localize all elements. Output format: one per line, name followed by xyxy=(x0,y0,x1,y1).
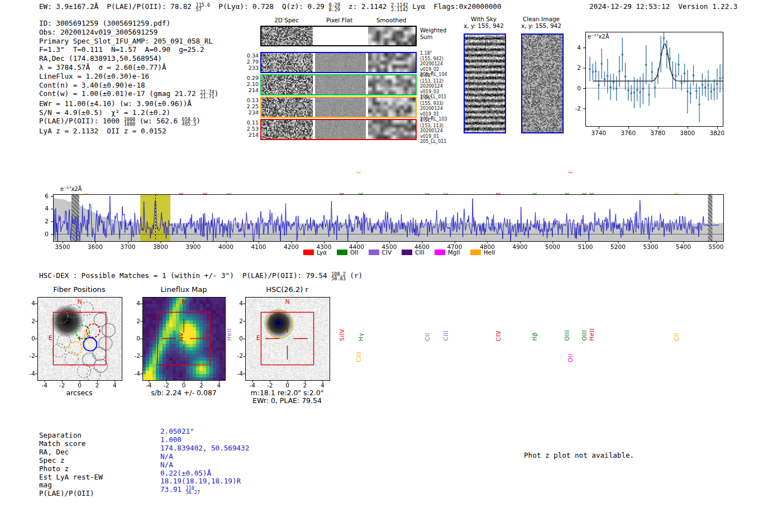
inset-unit-label: e⁻¹⁷x2Å xyxy=(588,33,609,40)
spec2d-row-stats: 0.29 2.10 214 xyxy=(244,75,259,93)
match-row-label: P(LAE)/P(OII) xyxy=(39,489,94,497)
full-spectrum-plot xyxy=(50,191,728,249)
inset-y-tick: 2 xyxy=(566,64,581,71)
match-row-label: Photo z xyxy=(39,464,69,473)
spectrum-y-tick: 6 xyxy=(40,193,49,199)
emission-line-label: HeII xyxy=(588,328,595,341)
legend-item: Lyα xyxy=(303,249,327,256)
cutout-y-tick: 2 xyxy=(23,318,35,324)
legend-item: OII xyxy=(337,249,358,256)
fiber-positions-title: Fiber Positions xyxy=(32,285,127,294)
spec2d-column-header: 2D Spec xyxy=(260,17,313,23)
match-row-label: Est LyA rest-EW xyxy=(39,473,103,481)
spec2d-row-annotation: 1.57" (153, 113) 20200124 v019_01 205_LL… xyxy=(420,118,467,145)
emission-line-legend: LyαOIICIVCIIIMgIIHeII xyxy=(303,249,495,256)
detection-info-block: ID: 3005691259 (3005691259.pdf)Obs: 2020… xyxy=(39,19,218,136)
inset-y-tick: -2 xyxy=(566,105,581,112)
hsc-cutout-plot xyxy=(242,294,333,384)
header-summary: EW: 3.9±167.2Å P(LAE)/P(OII): 78.82 115.… xyxy=(39,2,501,12)
spec2d-row-image xyxy=(261,27,416,45)
spectrum-y-tick: 2 xyxy=(40,218,49,224)
info-line: Cont(w) = 1.00(±0.01)e-17 (gmag 21.72 21… xyxy=(39,89,218,99)
cutout-y-tick: -2 xyxy=(231,352,243,359)
match-row-value: 18.19(18.19,18.19)R xyxy=(160,477,241,485)
stacked-fraction: 658.6495.3 xyxy=(182,117,197,127)
emission-line-label: CII xyxy=(673,333,680,341)
elixer-report-page: EW: 3.9±167.2Å P(LAE)/P(OII): 78.82 115.… xyxy=(0,0,782,532)
emission-line-label: CII xyxy=(424,333,431,341)
info-line: EWr = 11.00(±4.10) (w: 3.90(±0.96))Å xyxy=(39,99,218,108)
emission-line-label: Hγ xyxy=(357,333,364,341)
lineflux-map-title: Lineflux Map xyxy=(136,285,231,294)
match-row-value: N/A xyxy=(160,461,173,469)
emission-line-label: CIII xyxy=(355,352,362,362)
cutout-y-tick: -2 xyxy=(23,352,35,359)
legend-item: HeII xyxy=(470,249,495,256)
fiber-xlabel: arcsecs xyxy=(23,389,135,397)
hsc-match-summary: HSC-DEX : Possible Matches = 1 (within +… xyxy=(39,271,363,281)
legend-label: HeII xyxy=(484,249,495,256)
spectrum-y-tick: 4 xyxy=(40,205,49,212)
hsc-xlabel2: EWr: 0, PLAE: 79.54 xyxy=(231,396,343,405)
info-line: ID: 3005691259 (3005691259.pdf) xyxy=(39,19,218,28)
sky-panel-image xyxy=(464,33,506,133)
legend-swatch-icon xyxy=(470,250,481,255)
stacked-fraction: 0.290.29 xyxy=(328,3,340,12)
photz-unavailable-notice: Phot z plot not available. xyxy=(524,451,634,460)
emission-line-label: OIII xyxy=(564,330,570,341)
info-line: LineFlux = 1.20(±0.30)e-16 xyxy=(39,72,218,81)
cutout-y-tick: 0 xyxy=(128,335,140,342)
match-row-value: 1.000 xyxy=(160,435,182,444)
stacked-fraction: 11056.27 xyxy=(186,486,201,495)
info-line: Cont(n) = 3.40(±0.90)e-18 xyxy=(39,81,218,90)
legend-item: MgII xyxy=(435,249,460,256)
spec2d-row-image xyxy=(261,75,416,94)
inset-y-tick: 4 xyxy=(566,44,581,51)
cutout-y-tick: 4 xyxy=(23,300,35,306)
cutout-y-tick: 0 xyxy=(23,335,35,342)
match-row-value: N/A xyxy=(160,452,173,461)
match-row-label: mag xyxy=(39,481,52,489)
spec2d-row-stats: 0.11 2.53 214 xyxy=(244,119,259,138)
info-line: λ = 3784.57Å σ = 2.60(±0.77)Å xyxy=(39,63,218,72)
match-row-value: 73.91 11056.27 xyxy=(160,485,200,495)
spec2d-row-stats: 0.34 2.79 233 xyxy=(244,52,259,71)
cutout-y-tick: -2 xyxy=(128,352,140,359)
legend-label: CIV xyxy=(382,249,392,256)
info-line: LyA z = 2.1132 OII z = 0.0152 xyxy=(39,127,218,136)
emission-line-label: CIII xyxy=(442,330,449,341)
lineflux-xlabel: s/b: 2.24 +/- 0.087 xyxy=(128,389,240,397)
spec2d-row-stats: 0.13 2.25 234 xyxy=(244,97,259,116)
legend-swatch-icon xyxy=(435,250,445,255)
cutout-y-tick: 2 xyxy=(128,318,140,324)
spec2d-row-image xyxy=(261,53,416,72)
spec2d-row-image xyxy=(261,120,416,139)
emission-line-label: OIII xyxy=(581,330,588,341)
main-unit-label: e⁻¹⁷x2Å xyxy=(60,186,82,192)
stacked-fraction: 115.657 xyxy=(196,3,211,12)
sky-panel-image xyxy=(521,33,564,133)
legend-swatch-icon xyxy=(402,250,412,255)
spec2d-row xyxy=(260,26,417,46)
emission-line-label: OII xyxy=(567,353,574,362)
legend-label: CIII xyxy=(415,249,425,256)
emission-line-label: CIV xyxy=(495,330,502,341)
stacked-fraction: 10001000 xyxy=(124,117,135,127)
emission-line-label: Hβ xyxy=(531,332,538,341)
spec2d-row xyxy=(260,52,417,73)
spec2d-column-header: Pixel Flat xyxy=(314,17,365,23)
legend-label: OII xyxy=(350,249,358,256)
sky-panel-title: Clean Image x, y: 155, 942 xyxy=(509,16,574,29)
emission-line-bracket-icon: { xyxy=(356,171,361,174)
cutout-y-tick: -4 xyxy=(128,370,140,377)
stacked-fraction: 108.258.83 xyxy=(331,272,346,281)
lineflux-map-plot xyxy=(139,294,228,384)
match-row-value: 0.22(±0.05)Å xyxy=(160,469,211,477)
emission-line-bracket-icon: { xyxy=(568,171,573,174)
legend-label: MgII xyxy=(448,249,460,256)
spec2d-row xyxy=(260,97,417,118)
match-row-value: 2.05021" xyxy=(160,427,194,435)
cutout-y-tick: 4 xyxy=(128,300,140,306)
legend-item: CIV xyxy=(369,249,392,256)
hsc-xlabel: m:18.1 re:2.0" s:2.0" xyxy=(231,389,343,397)
